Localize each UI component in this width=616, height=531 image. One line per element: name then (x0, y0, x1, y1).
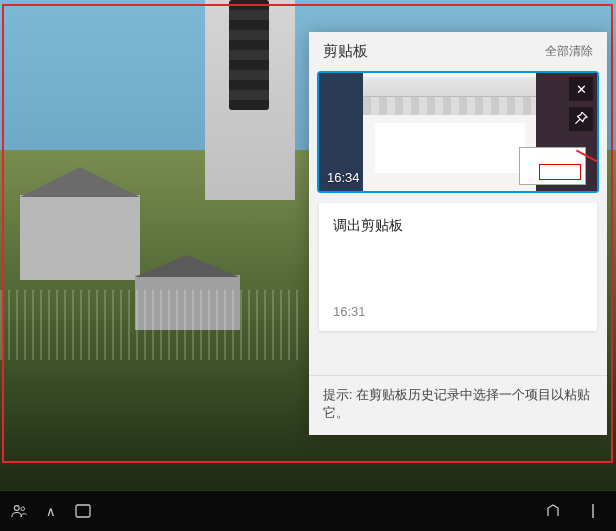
svg-point-0 (14, 506, 19, 511)
wallpaper-fence (0, 290, 300, 360)
delete-item-button[interactable]: ✕ (569, 77, 593, 101)
clipboard-header: 剪贴板 全部清除 (309, 32, 607, 67)
ime-icon (75, 504, 91, 518)
clipboard-title: 剪贴板 (323, 42, 368, 61)
tray-icon[interactable] (542, 500, 564, 522)
desktop-wallpaper: 剪贴板 全部清除 ✕ (0, 0, 616, 531)
clipboard-item-actions: ✕ (569, 77, 593, 131)
clipboard-item-content: 调出剪贴板 (333, 217, 583, 235)
pin-icon (574, 112, 588, 126)
divider-icon (591, 504, 595, 518)
clipboard-history-panel[interactable]: 剪贴板 全部清除 ✕ (309, 32, 607, 435)
clear-all-button[interactable]: 全部清除 (545, 43, 593, 60)
clipboard-item-image[interactable]: ✕ 16:34 (319, 73, 597, 191)
clipboard-item-text[interactable]: 调出剪贴板 16:31 (319, 203, 597, 331)
svg-point-1 (21, 507, 25, 511)
wallpaper-house (20, 195, 140, 280)
screenshot-preview (319, 73, 597, 191)
ime-indicator[interactable] (72, 500, 94, 522)
generic-tray-icon (545, 503, 561, 519)
tray-overflow-button[interactable]: ∧ (40, 500, 62, 522)
people-icon (10, 502, 28, 520)
tray-icon[interactable] (582, 500, 604, 522)
clipboard-item-thumbnail (319, 73, 597, 191)
svg-rect-2 (76, 505, 90, 517)
wallpaper-lighthouse (205, 0, 295, 200)
people-tray-icon[interactable] (8, 500, 30, 522)
clipboard-hint-text: 提示: 在剪贴板历史记录中选择一个项目以粘贴它。 (309, 375, 607, 436)
clipboard-item-timestamp: 16:34 (327, 170, 360, 185)
clipboard-item-timestamp: 16:31 (333, 274, 583, 325)
clipboard-items-list: ✕ 16:34 调出剪贴板 16:31 (309, 67, 607, 375)
pin-item-button[interactable] (569, 107, 593, 131)
chevron-up-icon: ∧ (46, 504, 56, 519)
close-icon: ✕ (576, 82, 587, 97)
taskbar[interactable]: ∧ (0, 491, 616, 531)
